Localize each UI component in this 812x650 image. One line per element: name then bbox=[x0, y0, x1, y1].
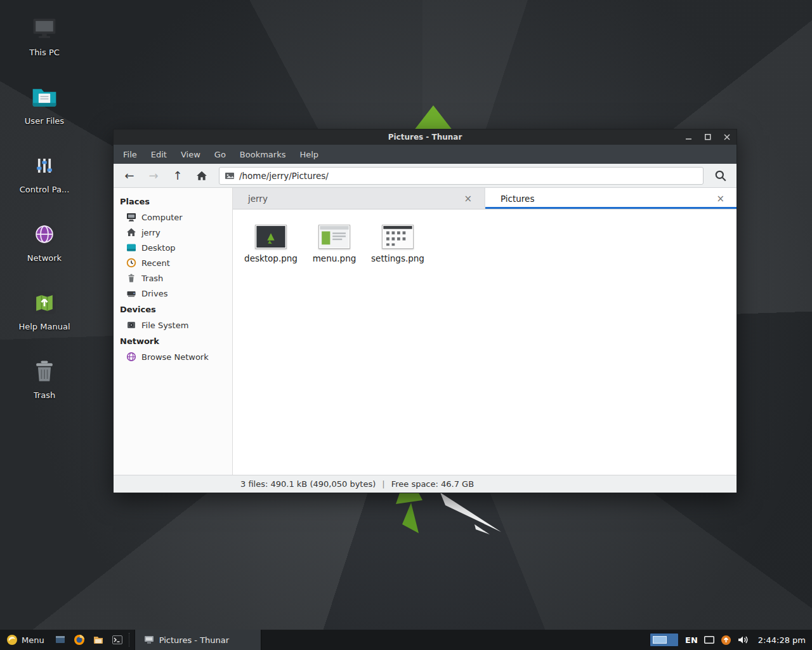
sidebar-item-label: File System bbox=[141, 321, 188, 330]
firefox-icon bbox=[74, 634, 85, 646]
back-button[interactable]: ← bbox=[119, 167, 140, 185]
menu-view[interactable]: View bbox=[174, 146, 207, 163]
titlebar[interactable]: Pictures - Thunar bbox=[114, 129, 737, 145]
file-name: settings.png bbox=[371, 253, 424, 263]
trash-icon bbox=[126, 273, 136, 283]
sidebar-item-label: jerry bbox=[141, 228, 160, 237]
file-menu-png[interactable]: menu.png bbox=[303, 221, 366, 267]
desktop-icon-help-manual[interactable]: Help Manual bbox=[11, 288, 77, 331]
file-name: menu.png bbox=[313, 253, 357, 263]
tab-pictures[interactable]: Pictures × bbox=[485, 188, 737, 209]
sidebar: Places Computer jerry Desktop Recent Tra… bbox=[114, 188, 233, 475]
sidebar-item-label: Trash bbox=[141, 274, 163, 283]
status-separator: | bbox=[382, 479, 384, 489]
taskbar-separator bbox=[129, 633, 133, 647]
keyboard-layout-indicator[interactable]: EN bbox=[685, 635, 698, 645]
sidebar-item-drives[interactable]: Drives bbox=[114, 286, 232, 301]
terminal-launcher[interactable] bbox=[108, 630, 127, 650]
volume-icon[interactable] bbox=[738, 635, 749, 645]
sidebar-item-home[interactable]: jerry bbox=[114, 225, 232, 240]
window-title: Pictures - Thunar bbox=[114, 133, 737, 142]
status-free-space: Free space: 46.7 GB bbox=[391, 479, 474, 489]
taskbar: Menu Pictures - Thunar EN 2:44:28 pm bbox=[0, 630, 812, 650]
file-thumbnail bbox=[382, 225, 414, 249]
pager-window bbox=[653, 636, 667, 644]
toolbar: ← → ↑ /home/jerry/Pictures/ bbox=[114, 164, 737, 188]
minimize-button[interactable] bbox=[679, 129, 698, 145]
menu-help[interactable]: Help bbox=[292, 146, 325, 163]
menu-edit[interactable]: Edit bbox=[144, 146, 174, 163]
recent-clock-icon bbox=[126, 258, 136, 268]
file-name: desktop.png bbox=[244, 253, 298, 263]
sidebar-header-places: Places bbox=[114, 193, 232, 209]
search-button[interactable] bbox=[710, 167, 731, 185]
menu-go[interactable]: Go bbox=[207, 146, 233, 163]
menu-bookmarks[interactable]: Bookmarks bbox=[233, 146, 293, 163]
close-button[interactable] bbox=[717, 129, 737, 145]
sidebar-item-browse-network[interactable]: Browse Network bbox=[114, 349, 232, 364]
tab-close-icon[interactable]: × bbox=[461, 192, 475, 206]
folder-icon bbox=[93, 634, 104, 646]
file-desktop-png[interactable]: desktop.png bbox=[239, 221, 303, 267]
this-pc-icon bbox=[30, 14, 59, 43]
file-thumbnail bbox=[318, 225, 350, 249]
sidebar-item-label: Browse Network bbox=[141, 352, 209, 362]
globe-icon bbox=[126, 352, 136, 362]
desktop-icon-column: This PC User Files Control Pa... Network… bbox=[11, 14, 77, 425]
folder-icon bbox=[30, 83, 59, 112]
path-input[interactable]: /home/jerry/Pictures/ bbox=[219, 167, 704, 185]
file-settings-png[interactable]: settings.png bbox=[366, 221, 429, 267]
terminal-icon bbox=[112, 634, 123, 646]
workspace-pager[interactable] bbox=[650, 633, 679, 647]
sidebar-item-label: Recent bbox=[141, 258, 170, 268]
tabbar: jerry × Pictures × bbox=[233, 188, 737, 209]
up-button[interactable]: ↑ bbox=[167, 167, 188, 185]
file-manager-launcher[interactable] bbox=[89, 630, 108, 650]
trash-icon bbox=[30, 357, 59, 386]
desktop-icon bbox=[126, 242, 136, 253]
display-tray-icon[interactable] bbox=[704, 636, 714, 644]
sidebar-item-recent[interactable]: Recent bbox=[114, 255, 232, 270]
sidebar-item-computer[interactable]: Computer bbox=[114, 209, 232, 225]
home-button[interactable] bbox=[191, 167, 213, 185]
taskbar-clock[interactable]: 2:44:28 pm bbox=[756, 635, 806, 645]
desktop-icon-network[interactable]: Network bbox=[11, 220, 77, 263]
window-controls bbox=[679, 129, 737, 145]
sidebar-item-label: Drives bbox=[141, 289, 167, 298]
start-menu-button[interactable]: Menu bbox=[0, 630, 51, 650]
home-icon bbox=[126, 227, 136, 237]
files-pane[interactable]: desktop.png menu.png settings.png bbox=[233, 209, 737, 475]
thunar-window: Pictures - Thunar File Edit View Go Book… bbox=[113, 129, 737, 493]
show-desktop-launcher[interactable] bbox=[51, 630, 70, 650]
path-text: /home/jerry/Pictures/ bbox=[239, 171, 329, 181]
start-menu-label: Menu bbox=[22, 635, 44, 645]
thunar-task-icon bbox=[144, 635, 154, 645]
sidebar-item-file-system[interactable]: File System bbox=[114, 317, 232, 333]
file-thumbnail bbox=[255, 225, 287, 249]
search-icon bbox=[714, 169, 727, 182]
browser-launcher[interactable] bbox=[70, 630, 89, 650]
update-notifier-icon[interactable] bbox=[721, 635, 731, 646]
desktop-icon-user-files[interactable]: User Files bbox=[11, 83, 77, 126]
desktop-icon-trash[interactable]: Trash bbox=[11, 357, 77, 400]
desktop-icon-label: Help Manual bbox=[18, 322, 70, 331]
tab-label: Pictures bbox=[501, 194, 534, 204]
sidebar-item-desktop[interactable]: Desktop bbox=[114, 240, 232, 255]
desktop-icon-label: Network bbox=[27, 253, 62, 263]
window-body: Places Computer jerry Desktop Recent Tra… bbox=[114, 188, 737, 475]
computer-icon bbox=[126, 212, 136, 222]
desktop-icon-this-pc[interactable]: This PC bbox=[11, 14, 77, 57]
tab-close-icon[interactable]: × bbox=[713, 192, 728, 206]
tab-jerry[interactable]: jerry × bbox=[233, 188, 484, 209]
menubar: File Edit View Go Bookmarks Help bbox=[114, 145, 737, 164]
sidebar-item-trash[interactable]: Trash bbox=[114, 270, 232, 286]
sliders-icon bbox=[30, 151, 59, 180]
forward-button[interactable]: → bbox=[143, 167, 164, 185]
maximize-button[interactable] bbox=[698, 129, 717, 145]
sidebar-header-devices: Devices bbox=[114, 301, 232, 317]
wallpaper-logo-triangle bbox=[414, 105, 453, 131]
taskbar-task-thunar[interactable]: Pictures - Thunar bbox=[134, 630, 261, 650]
task-label: Pictures - Thunar bbox=[159, 635, 229, 645]
desktop-icon-control-panel[interactable]: Control Pa... bbox=[11, 151, 77, 194]
menu-file[interactable]: File bbox=[116, 146, 144, 163]
